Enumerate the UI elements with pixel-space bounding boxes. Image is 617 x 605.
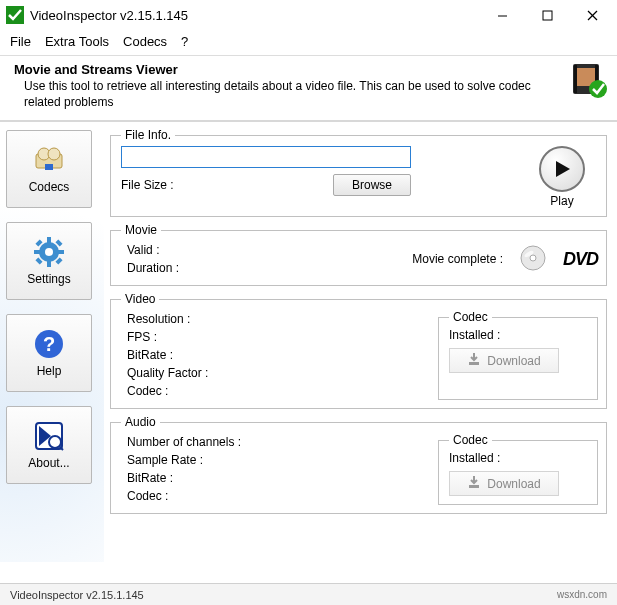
svg-rect-33: [469, 362, 479, 365]
maximize-button[interactable]: [525, 1, 570, 29]
video-codecbox-legend: Codec: [449, 310, 492, 324]
browse-button[interactable]: Browse: [333, 174, 411, 196]
play-icon: [552, 159, 572, 179]
video-legend: Video: [121, 292, 159, 306]
codecs-icon: [33, 144, 65, 176]
film-check-icon: [571, 62, 607, 98]
banner: Movie and Streams Viewer Use this tool t…: [0, 56, 617, 122]
audio-codec-installed-label: Installed :: [449, 451, 589, 465]
watermark: wsxdn.com: [557, 589, 607, 600]
sidebar-label-help: Help: [37, 364, 62, 378]
svg-point-12: [48, 148, 60, 160]
file-info-group: File Info. File Size : Browse Play: [110, 128, 607, 217]
audio-codec-label: Codec :: [127, 487, 428, 505]
status-text: VideoInspector v2.15.1.145: [10, 589, 144, 601]
svg-rect-18: [34, 250, 40, 254]
minimize-button[interactable]: [480, 1, 525, 29]
audio-sample-label: Sample Rate :: [127, 451, 428, 469]
status-bar: VideoInspector v2.15.1.145 wsxdn.com: [0, 583, 617, 605]
audio-download-label: Download: [487, 477, 540, 491]
audio-channels-label: Number of channels :: [127, 433, 428, 451]
main-area: Codecs Settings ? Help About... File Inf…: [0, 122, 617, 562]
app-icon: [6, 6, 24, 24]
menu-bar: File Extra Tools Codecs ?: [0, 30, 617, 56]
disc-icon[interactable]: [519, 244, 547, 275]
sidebar-item-help[interactable]: ? Help: [6, 314, 92, 392]
audio-bitrate-label: BitRate :: [127, 469, 428, 487]
svg-rect-16: [47, 237, 51, 243]
movie-group: Movie Valid : Duration : Movie complete …: [110, 223, 607, 286]
video-codec-label: Codec :: [127, 382, 428, 400]
download-icon: [467, 352, 481, 369]
movie-legend: Movie: [121, 223, 161, 237]
movie-valid-label: Valid :: [127, 241, 412, 259]
svg-rect-19: [58, 250, 64, 254]
audio-group: Audio Number of channels : Sample Rate :…: [110, 415, 607, 514]
menu-extra[interactable]: Extra Tools: [45, 34, 109, 49]
play-label: Play: [550, 194, 573, 208]
sidebar: Codecs Settings ? Help About...: [0, 122, 104, 562]
video-codec-box: Codec Installed : Download: [438, 310, 598, 400]
svg-marker-29: [556, 161, 570, 177]
play-button[interactable]: [539, 146, 585, 192]
about-icon: [33, 420, 65, 452]
svg-point-9: [589, 80, 607, 98]
svg-rect-34: [469, 485, 479, 488]
sidebar-label-settings: Settings: [27, 272, 70, 286]
sidebar-item-about[interactable]: About...: [6, 406, 92, 484]
download-icon: [467, 475, 481, 492]
help-icon: ?: [33, 328, 65, 360]
title-bar: VideoInspector v2.15.1.145: [0, 0, 617, 30]
video-group: Video Resolution : FPS : BitRate : Quali…: [110, 292, 607, 409]
svg-rect-17: [47, 261, 51, 267]
svg-point-31: [530, 255, 536, 261]
sidebar-item-codecs[interactable]: Codecs: [6, 130, 92, 208]
svg-rect-7: [574, 65, 577, 93]
sidebar-label-codecs: Codecs: [29, 180, 70, 194]
file-size-label: File Size :: [121, 178, 174, 192]
video-codec-installed-label: Installed :: [449, 328, 589, 342]
sidebar-label-about: About...: [28, 456, 69, 470]
video-bitrate-label: BitRate :: [127, 346, 428, 364]
video-quality-label: Quality Factor :: [127, 364, 428, 382]
banner-description: Use this tool to retrieve all interestin…: [14, 79, 561, 110]
audio-download-button[interactable]: Download: [449, 471, 559, 496]
window-title: VideoInspector v2.15.1.145: [30, 8, 480, 23]
file-info-legend: File Info.: [121, 128, 175, 142]
svg-text:?: ?: [43, 333, 55, 355]
sidebar-item-settings[interactable]: Settings: [6, 222, 92, 300]
movie-complete-label: Movie complete :: [412, 252, 503, 266]
audio-legend: Audio: [121, 415, 160, 429]
video-fps-label: FPS :: [127, 328, 428, 346]
menu-help[interactable]: ?: [181, 34, 188, 49]
file-path-input[interactable]: [121, 146, 411, 168]
audio-codec-box: Codec Installed : Download: [438, 433, 598, 505]
menu-file[interactable]: File: [10, 34, 31, 49]
content: File Info. File Size : Browse Play Movie: [104, 122, 617, 562]
dvd-icon[interactable]: DVD: [563, 249, 598, 270]
audio-codecbox-legend: Codec: [449, 433, 492, 447]
banner-title: Movie and Streams Viewer: [14, 62, 561, 77]
svg-rect-2: [543, 11, 552, 20]
video-resolution-label: Resolution :: [127, 310, 428, 328]
svg-point-15: [45, 248, 53, 256]
close-button[interactable]: [570, 1, 615, 29]
video-download-label: Download: [487, 354, 540, 368]
video-download-button[interactable]: Download: [449, 348, 559, 373]
gear-icon: [33, 236, 65, 268]
svg-rect-13: [45, 164, 53, 170]
movie-duration-label: Duration :: [127, 259, 412, 277]
menu-codecs[interactable]: Codecs: [123, 34, 167, 49]
